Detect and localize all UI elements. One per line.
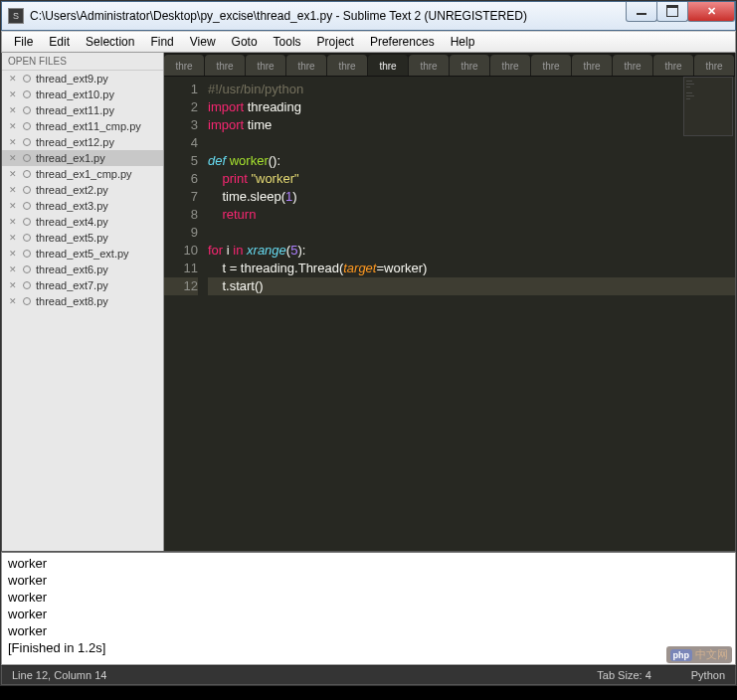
file-status-icon (23, 106, 31, 114)
file-name: thread_ext5.py (36, 232, 108, 244)
status-bar: Line 12, Column 14 Tab Size: 4 Python (1, 665, 736, 685)
open-file-item[interactable]: thread_ext11.py (2, 102, 163, 118)
menu-project[interactable]: Project (309, 33, 362, 51)
line-gutter: 123456789101112 (164, 77, 208, 551)
file-status-icon (23, 122, 31, 130)
open-file-item[interactable]: thread_ext3.py (2, 198, 163, 214)
close-file-icon[interactable] (8, 249, 18, 259)
cursor-position: Line 12, Column 14 (12, 669, 106, 681)
close-file-icon[interactable] (8, 217, 18, 227)
close-file-icon[interactable] (8, 137, 18, 147)
main-area: OPEN FILES thread_ext9.pythread_ext10.py… (1, 53, 736, 552)
console-line: worker (8, 589, 729, 606)
file-status-icon (23, 281, 31, 289)
open-file-item[interactable]: thread_ext7.py (2, 277, 163, 293)
open-file-item[interactable]: thread_ext11_cmp.py (2, 118, 163, 134)
file-name: thread_ext6.py (36, 263, 108, 275)
minimap[interactable]: ▬▬▬▬▬▬▬▬▬▬▬▬▬▬▬▬▬▬ (683, 77, 733, 136)
editor-tab[interactable]: thre (694, 55, 734, 77)
editor-tab[interactable]: thre (205, 55, 245, 77)
file-name: thread_ex1_cmp.py (36, 168, 132, 180)
editor-tab[interactable]: thre (409, 55, 449, 77)
open-file-item[interactable]: thread_ext6.py (2, 262, 163, 277)
sidebar-header: OPEN FILES (2, 53, 163, 71)
file-name: thread_ext5_ext.py (36, 248, 129, 260)
close-button[interactable] (687, 2, 735, 22)
minimize-button[interactable] (626, 2, 657, 22)
close-file-icon[interactable] (8, 264, 18, 274)
menu-view[interactable]: View (182, 33, 224, 51)
editor-tab[interactable]: thre (613, 55, 652, 77)
file-name: thread_ext12.py (36, 136, 114, 148)
file-status-icon (23, 154, 31, 162)
open-file-item[interactable]: thread_ext5.py (2, 230, 163, 246)
code-editor[interactable]: 123456789101112 #!/usr/bin/pythonimport … (164, 77, 735, 551)
menu-selection[interactable]: Selection (78, 33, 142, 51)
open-file-item[interactable]: thread_ext4.py (2, 214, 163, 230)
close-file-icon[interactable] (8, 296, 18, 306)
file-status-icon (23, 170, 31, 178)
tab-size[interactable]: Tab Size: 4 (597, 669, 650, 681)
editor-tab[interactable]: thre (490, 55, 530, 77)
file-name: thread_ext11.py (36, 104, 114, 116)
menu-tools[interactable]: Tools (266, 33, 309, 51)
close-file-icon[interactable] (8, 89, 18, 99)
editor-tab[interactable]: thre (368, 55, 408, 77)
open-file-item[interactable]: thread_ext10.py (2, 87, 163, 102)
php-badge: php (670, 649, 693, 661)
editor-tab[interactable]: thre (286, 55, 326, 77)
open-file-item[interactable]: thread_ex1.py (2, 150, 163, 166)
file-name: thread_ext8.py (36, 295, 108, 307)
menu-preferences[interactable]: Preferences (362, 33, 443, 51)
open-file-item[interactable]: thread_ext9.py (2, 71, 163, 87)
menu-find[interactable]: Find (142, 33, 181, 51)
menu-help[interactable]: Help (443, 33, 483, 51)
close-file-icon[interactable] (8, 233, 18, 243)
code-area[interactable]: #!/usr/bin/pythonimport threadingimport … (208, 77, 735, 551)
editor-tab[interactable]: thre (572, 55, 612, 77)
file-status-icon (23, 265, 31, 273)
editor-tab[interactable]: thre (653, 55, 693, 77)
menu-file[interactable]: File (6, 33, 41, 51)
file-name: thread_ext9.py (36, 73, 108, 85)
file-name: thread_ex1.py (36, 152, 105, 164)
close-file-icon[interactable] (8, 280, 18, 290)
syntax-language[interactable]: Python (691, 669, 725, 681)
close-file-icon[interactable] (8, 105, 18, 115)
app-icon: S (8, 8, 24, 24)
editor-tab[interactable]: thre (246, 55, 285, 77)
build-console[interactable]: workerworkerworkerworkerworker[Finished … (1, 552, 736, 665)
open-file-item[interactable]: thread_ext2.py (2, 182, 163, 198)
file-status-icon (23, 186, 31, 194)
window-title: C:\Users\Administrator\Desktop\py_excise… (30, 9, 627, 23)
file-status-icon (23, 202, 31, 210)
close-file-icon[interactable] (8, 74, 18, 84)
open-file-item[interactable]: thread_ext5_ext.py (2, 246, 163, 262)
menu-goto[interactable]: Goto (224, 33, 266, 51)
open-file-item[interactable]: thread_ext12.py (2, 134, 163, 150)
file-status-icon (23, 75, 31, 83)
editor-tab[interactable]: thre (531, 55, 571, 77)
editor-wrap: threthrethrethrethrethrethrethrethrethre… (164, 53, 735, 551)
file-name: thread_ext11_cmp.py (36, 120, 141, 132)
console-line: [Finished in 1.2s] (8, 639, 729, 656)
close-file-icon[interactable] (8, 153, 18, 163)
editor-tab[interactable]: thre (327, 55, 367, 77)
console-line: worker (8, 572, 729, 589)
menu-edit[interactable]: Edit (41, 33, 78, 51)
close-file-icon[interactable] (8, 185, 18, 195)
file-name: thread_ext10.py (36, 88, 114, 100)
close-file-icon[interactable] (8, 169, 18, 179)
close-file-icon[interactable] (8, 201, 18, 211)
open-file-item[interactable]: thread_ex1_cmp.py (2, 166, 163, 182)
window-controls (627, 2, 735, 22)
editor-tab[interactable]: thre (164, 55, 204, 77)
watermark: php 中文网 (666, 646, 733, 663)
file-status-icon (23, 297, 31, 305)
close-file-icon[interactable] (8, 121, 18, 131)
open-file-item[interactable]: thread_ext8.py (2, 293, 163, 309)
maximize-button[interactable] (656, 2, 688, 22)
sidebar: OPEN FILES thread_ext9.pythread_ext10.py… (2, 53, 164, 551)
editor-tab[interactable]: thre (450, 55, 489, 77)
file-status-icon (23, 138, 31, 146)
